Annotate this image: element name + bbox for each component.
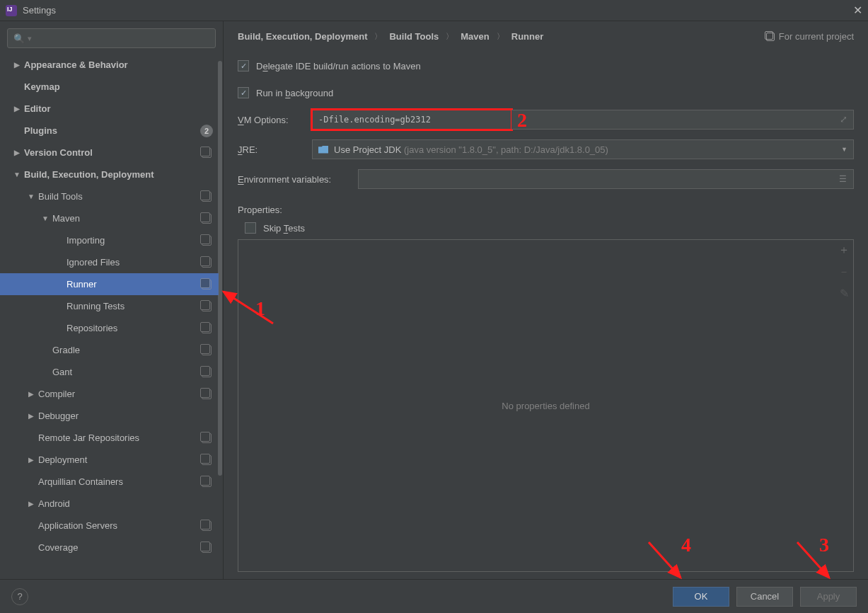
tree-item-label: Gradle [52,345,202,355]
apply-button[interactable]: Apply [800,587,857,607]
remove-icon[interactable]: － [838,265,850,280]
skip-tests-checkbox-row[interactable]: ✓ Skip Tests [245,222,854,234]
tree-item-version-control[interactable]: ▶Version Control [0,142,219,164]
close-icon[interactable]: ✕ [853,4,862,17]
chevron-right-icon: ▶ [13,105,21,113]
chevron-right-icon: ▶ [27,390,35,398]
add-icon[interactable]: ＋ [838,243,850,258]
background-checkbox-row[interactable]: ✓ Run in background [238,81,854,104]
copy-icon [766,33,775,41]
tree-item-gradle[interactable]: ▶Gradle [0,339,219,361]
env-vars-row: Environment variables: [238,168,854,190]
jre-row: JRE: Use Project JDK (java version "1.8.… [238,138,854,161]
tree-item-maven[interactable]: ▼Maven [0,207,219,229]
tree-item-deployment[interactable]: ▶Deployment [0,449,219,471]
chevron-down-icon: ▼ [27,193,35,200]
settings-content: Build, Execution, Deployment 〉 Build Too… [224,21,868,579]
checkbox-checked-icon[interactable]: ✓ [238,60,249,71]
chevron-right-icon: 〉 [497,31,504,42]
vm-options-label: VM Options: [238,115,312,125]
list-icon[interactable] [839,173,849,183]
tree-item-label: Coverage [38,542,202,553]
vm-options-input-ext[interactable]: ⤢ [511,110,854,130]
tree-item-debugger[interactable]: ▶Debugger [0,405,219,427]
tree-item-editor[interactable]: ▶Editor [0,98,219,120]
tree-item-coverage[interactable]: ▶Coverage [0,537,219,558]
window-title: Settings [23,5,853,16]
chevron-down-icon: ▼ [41,214,50,222]
vm-options-input[interactable]: -Dfile.encoding=gb2312 [312,110,511,130]
vm-options-row: VM Options: -Dfile.encoding=gb2312 ⤢ [238,108,854,131]
ok-button[interactable]: OK [673,587,729,607]
env-vars-label: Environment variables: [238,174,358,185]
tree-item-label: Application Servers [38,520,202,531]
tree-item-importing[interactable]: ▶Importing [0,229,219,251]
tree-item-runner[interactable]: ▶Runner [0,273,219,295]
properties-label: Properties: [238,205,854,215]
tree-item-label: Repositories [66,323,202,333]
project-scope-hint: For current project [766,31,854,42]
tree-item-label: Gant [52,367,202,377]
tree-item-plugins[interactable]: ▶Plugins2 [0,120,219,142]
project-scope-icon [202,323,212,333]
edit-icon[interactable]: ✎ [838,287,850,300]
tree-item-keymap[interactable]: ▶Keymap [0,76,219,98]
project-scope-icon [202,258,212,268]
tree-item-label: Appearance & Behavior [24,59,219,70]
properties-table: No properties defined ＋ － ✎ [238,239,854,572]
checkbox-unchecked-icon[interactable]: ✓ [245,222,256,234]
project-scope-icon [202,389,212,399]
tree-item-label: Arquillian Containers [38,476,202,487]
tree-item-label: Android [38,498,219,509]
tree-item-build-tools[interactable]: ▼Build Tools [0,185,219,207]
tree-item-build-execution-deployment[interactable]: ▼Build, Execution, Deployment [0,164,219,185]
dialog-footer: ? OK Cancel Apply [0,579,868,613]
chevron-down-icon: ▼ [841,146,847,153]
app-icon [6,5,17,16]
tree-item-label: Running Tests [66,301,202,311]
project-scope-icon [202,345,212,355]
checkbox-checked-icon[interactable]: ✓ [238,87,249,98]
chevron-right-icon: ▶ [13,61,21,69]
help-button[interactable]: ? [11,588,28,605]
project-scope-icon [202,543,212,553]
chevron-down-icon: ▼ [13,171,21,178]
project-scope-icon [202,521,212,531]
project-scope-icon [202,302,212,311]
chevron-right-icon: ▶ [27,456,35,464]
tree-item-android[interactable]: ▶Android [0,493,219,515]
tree-item-application-servers[interactable]: ▶Application Servers [0,515,219,537]
tree-item-label: Debugger [38,411,219,421]
tree-item-repositories[interactable]: ▶Repositories [0,317,219,339]
tree-item-running-tests[interactable]: ▶Running Tests [0,295,219,317]
tree-item-label: Build Tools [38,191,202,202]
delegate-checkbox-row[interactable]: ✓ Delegate IDE build/run actions to Mave… [238,55,854,77]
tree-item-arquillian-containers[interactable]: ▶Arquillian Containers [0,471,219,493]
settings-sidebar: 🔍 ▾ ▶Appearance & Behavior▶Keymap▶Editor… [0,21,224,579]
tree-item-label: Remote Jar Repositories [38,432,202,443]
tree-item-gant[interactable]: ▶Gant [0,361,219,383]
project-scope-icon [202,280,212,290]
expand-icon[interactable]: ⤢ [840,114,847,125]
tree-item-label: Deployment [38,454,202,465]
cancel-button[interactable]: Cancel [736,587,793,607]
project-scope-icon [202,477,212,487]
tree-item-label: Editor [24,103,219,114]
titlebar: Settings ✕ [0,0,868,21]
tree-item-remote-jar-repositories[interactable]: ▶Remote Jar Repositories [0,427,219,449]
properties-empty-text: No properties defined [502,401,589,411]
tree-item-compiler[interactable]: ▶Compiler [0,383,219,405]
breadcrumb: Build, Execution, Deployment 〉 Build Too… [238,31,854,42]
project-scope-icon [202,367,212,377]
project-scope-icon [202,148,212,158]
tree-item-label: Version Control [24,147,202,158]
jre-dropdown[interactable]: Use Project JDK (java version "1.8.0_5",… [312,139,854,159]
tree-item-appearance-behavior[interactable]: ▶Appearance & Behavior [0,54,219,76]
search-input[interactable]: 🔍 ▾ [7,28,216,48]
tree-item-label: Runner [66,279,202,290]
chevron-right-icon: ▶ [13,149,21,156]
project-scope-icon [202,192,212,202]
tree-item-ignored-files[interactable]: ▶Ignored Files [0,251,219,273]
env-vars-input[interactable] [358,169,854,189]
chevron-right-icon: ▶ [27,412,35,420]
